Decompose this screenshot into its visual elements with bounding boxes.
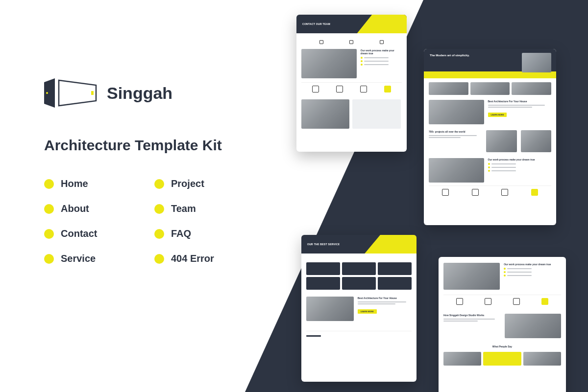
page-label: Contact <box>61 228 97 239</box>
page-item-project: Project <box>154 178 250 189</box>
bullet-icon <box>44 229 54 239</box>
contact-icon <box>380 40 384 44</box>
logo-icon <box>44 78 98 108</box>
mockup-contact: CONTACT OUR TEAM Our work process make y… <box>296 15 407 152</box>
service-grid <box>306 262 412 290</box>
studio-image <box>505 314 561 338</box>
page-label: About <box>61 203 89 214</box>
feature-icon <box>485 298 491 305</box>
page-item-team: Team <box>154 203 250 214</box>
bullet-icon <box>44 179 54 189</box>
svg-marker-2 <box>59 80 96 106</box>
bullet-item <box>361 64 402 66</box>
bullet-icon <box>44 254 54 264</box>
service-card <box>306 262 340 275</box>
feature-icon <box>360 86 367 92</box>
room-image <box>301 49 357 78</box>
section-title: How Singgah Design Studio Works <box>443 314 501 317</box>
tagline: Architecture Template Kit <box>44 137 250 154</box>
testimonial-image <box>443 352 481 366</box>
mockup-header-title: CONTACT OUR TEAM <box>302 23 330 25</box>
project-image <box>486 130 517 152</box>
icon-row <box>429 185 551 199</box>
section-title: Best Architecture For Your House <box>358 297 412 300</box>
svg-rect-3 <box>91 91 94 95</box>
thumb-image <box>470 82 510 95</box>
section-title: Our work process make your dream true <box>488 158 552 161</box>
bullet-icon <box>154 204 164 214</box>
thumb-image <box>512 82 551 95</box>
page-label: Team <box>171 203 196 214</box>
section-title: What People Say <box>443 345 561 348</box>
page-label: Project <box>171 178 204 189</box>
feature-icon <box>501 189 508 196</box>
feature-icon <box>312 86 319 92</box>
bullet-item <box>488 163 552 165</box>
section-title: 700+ projects all over the world <box>429 130 482 133</box>
testimonial-accent <box>483 352 521 366</box>
contact-icon <box>349 40 353 44</box>
feature-icon <box>541 298 548 305</box>
service-card <box>378 277 412 290</box>
service-card <box>378 262 412 275</box>
bullet-item <box>361 60 402 62</box>
mockup-home: The Modern art of simplicity. Best Archi… <box>424 49 556 225</box>
hero-section: The Modern art of simplicity. <box>424 49 556 78</box>
map-image <box>352 99 400 129</box>
service-card <box>342 262 376 275</box>
page-label: 404 Error <box>171 253 214 264</box>
bullet-item <box>504 268 561 270</box>
section-title: Best Architecture For Your House <box>488 100 552 103</box>
icon-row <box>301 82 402 95</box>
page-label: Service <box>61 253 96 264</box>
page-item-404: 404 Error <box>154 253 250 264</box>
project-image <box>521 130 552 152</box>
info-panel: Singgah Architecture Template Kit Home A… <box>44 78 250 264</box>
page-list: Home About Contact Service Project Team … <box>44 178 250 264</box>
page-item-home: Home <box>44 178 140 189</box>
feature-icon <box>442 189 449 196</box>
feature-icon <box>336 86 343 92</box>
contact-icon <box>319 40 323 44</box>
bullet-item <box>361 57 402 59</box>
kitchen-image <box>301 99 349 129</box>
service-card <box>342 277 376 290</box>
page-item-about: About <box>44 203 140 214</box>
mockup-service: OUR THE BEST SERVICE Best Architecture F… <box>301 235 416 382</box>
feature-icon <box>384 86 391 92</box>
page-item-service: Service <box>44 253 140 264</box>
bullet-icon <box>154 179 164 189</box>
bullet-item <box>488 166 552 168</box>
mockup-header: OUR THE BEST SERVICE <box>301 235 416 254</box>
interior-image <box>306 297 354 321</box>
section-title: Our work process make your dream true <box>361 49 402 55</box>
cta-button: LEARN MORE <box>358 309 377 314</box>
feature-icon <box>513 298 520 305</box>
mockup-header: CONTACT OUR TEAM <box>296 15 407 33</box>
brand-name: Singgah <box>107 84 172 103</box>
mockup-about: Our work process make your dream true Ho… <box>439 257 566 392</box>
service-card <box>306 277 340 290</box>
cta-button: LEARN MORE <box>488 113 507 117</box>
feature-icon <box>456 298 463 305</box>
mockup-header-title: OUR THE BEST SERVICE <box>307 243 340 246</box>
page-item-contact: Contact <box>44 228 140 239</box>
svg-marker-0 <box>44 78 55 108</box>
bullet-icon <box>154 229 164 239</box>
section-title: Our work process make your dream true <box>504 263 561 266</box>
bedroom-image <box>429 158 484 183</box>
brand-lockup: Singgah <box>44 78 250 108</box>
icon-row <box>443 295 561 308</box>
svg-point-1 <box>46 92 48 94</box>
feature-icon <box>531 189 538 196</box>
thumb-image <box>429 82 468 95</box>
page-label: FAQ <box>171 228 191 239</box>
bullet-icon <box>44 204 54 214</box>
interior-image <box>429 100 484 124</box>
bullet-icon <box>154 254 164 264</box>
bullet-item <box>488 170 552 172</box>
bullet-item <box>504 275 561 277</box>
bullet-item <box>504 271 561 273</box>
page-label: Home <box>61 178 88 189</box>
bedroom-image <box>443 263 500 290</box>
